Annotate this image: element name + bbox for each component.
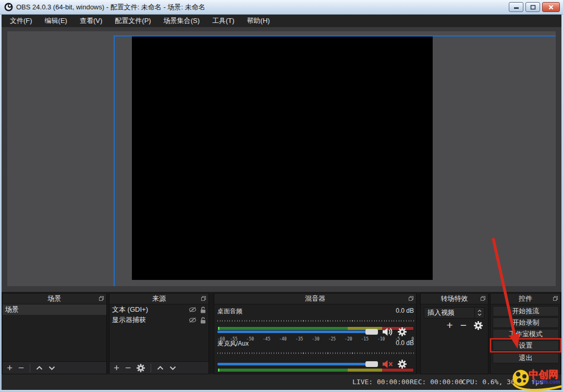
- channel-name: 桌面音频: [217, 307, 242, 316]
- mixer-channel-label-row: 麦克风/Aux 0.0 dB: [217, 339, 414, 348]
- volume-slider-handle[interactable]: [365, 329, 378, 335]
- mixer-panel: 混音器 桌面音频 0.0 dB -60-55-50-45-40-35-30-25…: [214, 293, 417, 374]
- panel-float-icon[interactable]: [481, 296, 485, 301]
- obs-window: OBS 24.0.3 (64-bit, windows) - 配置文件: 未命名…: [0, 0, 563, 392]
- status-live-time: LIVE: 00:00:00: [352, 374, 410, 390]
- chevron-down-icon: [478, 313, 482, 316]
- unlock-icon[interactable]: [200, 307, 206, 313]
- maximize-button[interactable]: [525, 2, 540, 12]
- menubar: 文件(F) 编辑(E) 查看(V) 配置文件(P) 场景集合(S) 工具(T) …: [2, 15, 561, 27]
- channel-level: 0.0 dB: [396, 339, 414, 348]
- toolbar-divider: [151, 364, 151, 372]
- volume-slider-row: [217, 328, 414, 335]
- docks-row: 场景 场景 + − 来源: [2, 292, 561, 374]
- sources-panel-title: 来源: [152, 295, 166, 302]
- menu-file[interactable]: 文件(F): [4, 15, 39, 27]
- status-cpu-fps: CPU: 0.6%, 30.00 fps: [462, 374, 544, 390]
- minimize-icon: [513, 5, 519, 9]
- volume-slider[interactable]: [217, 330, 378, 333]
- volume-meter: [217, 368, 414, 372]
- sources-toolbar: + −: [109, 361, 209, 374]
- move-source-up-button[interactable]: [157, 366, 164, 370]
- source-row-display-capture[interactable]: 显示器捕获: [109, 315, 209, 325]
- sources-list: 文本 (GDI+) 显示器捕获: [109, 304, 209, 325]
- close-button[interactable]: [542, 2, 560, 12]
- remove-source-button[interactable]: −: [125, 363, 131, 373]
- panel-float-icon[interactable]: [201, 296, 206, 301]
- chevron-up-icon: [478, 310, 482, 312]
- window-title: OBS 24.0.3 (64-bit, windows) - 配置文件: 未命名…: [16, 3, 205, 12]
- menu-tools[interactable]: 工具(T): [206, 15, 241, 27]
- volume-muted-icon[interactable]: [382, 360, 394, 369]
- close-icon: [548, 5, 554, 10]
- exit-button[interactable]: 退出: [493, 353, 559, 363]
- studio-mode-button[interactable]: 工作室模式: [493, 329, 559, 339]
- transition-select[interactable]: 插入视频: [424, 307, 485, 318]
- transitions-panel: 转场特效 插入视频 + −: [420, 293, 488, 374]
- scenes-panel: 场景 场景 + −: [2, 293, 107, 374]
- volume-slider-handle[interactable]: [365, 361, 378, 367]
- move-scene-up-button[interactable]: [36, 366, 43, 370]
- move-source-down-button[interactable]: [169, 366, 176, 370]
- scenes-list: 场景: [3, 304, 106, 315]
- unlock-icon[interactable]: [200, 317, 206, 324]
- settings-button[interactable]: 设置: [493, 340, 559, 351]
- volume-speaker-icon[interactable]: [382, 327, 394, 336]
- transitions-toolbar: + −: [446, 321, 483, 330]
- maximize-icon: [530, 5, 536, 10]
- meter-ticks: [217, 320, 414, 322]
- audio-settings-gear-icon[interactable]: [398, 327, 407, 336]
- add-scene-button[interactable]: +: [7, 363, 13, 373]
- panel-float-icon[interactable]: [99, 296, 104, 301]
- menu-help[interactable]: 帮助(H): [241, 15, 276, 27]
- controls-panel-header[interactable]: 控件: [491, 293, 560, 304]
- panel-float-icon[interactable]: [553, 296, 558, 301]
- source-row-text[interactable]: 文本 (GDI+): [109, 304, 209, 315]
- preview-dock-area: [2, 27, 561, 292]
- obs-logo-icon: [4, 3, 13, 11]
- controls-panel-title: 控件: [519, 295, 532, 302]
- titlebar[interactable]: OBS 24.0.3 (64-bit, windows) - 配置文件: 未命名…: [0, 0, 563, 15]
- visibility-hidden-icon[interactable]: [189, 307, 197, 313]
- menu-scene-collection[interactable]: 场景集合(S): [157, 15, 206, 27]
- menu-edit[interactable]: 编辑(E): [39, 15, 74, 27]
- audio-settings-gear-icon[interactable]: [398, 360, 407, 369]
- add-source-button[interactable]: +: [114, 363, 119, 373]
- add-transition-button[interactable]: +: [446, 321, 452, 330]
- mixer-panel-title: 混音器: [305, 295, 325, 302]
- remove-transition-button[interactable]: −: [460, 321, 467, 330]
- statusbar: LIVE: 00:00:00 REC: 00:00:00 CPU: 0.6%, …: [2, 374, 561, 390]
- sources-panel-header[interactable]: 来源: [109, 293, 209, 304]
- remove-scene-button[interactable]: −: [18, 363, 24, 373]
- channel-name: 麦克风/Aux: [217, 339, 249, 348]
- transitions-panel-title: 转场特效: [441, 295, 468, 302]
- combobox-spinner[interactable]: [474, 308, 484, 318]
- menu-profile[interactable]: 配置文件(P): [108, 15, 157, 27]
- start-streaming-button[interactable]: 开始推流: [493, 306, 559, 316]
- transitions-panel-header[interactable]: 转场特效: [421, 293, 488, 304]
- source-label: 文本 (GDI+): [112, 305, 189, 314]
- transition-selected-value: 插入视频: [424, 308, 474, 317]
- video-canvas[interactable]: [132, 36, 433, 280]
- scenes-panel-header[interactable]: 场景: [3, 293, 106, 304]
- volume-slider[interactable]: [217, 363, 378, 365]
- status-rec-time: REC: 00:00:00: [410, 374, 463, 390]
- preview-border-left: [114, 35, 115, 286]
- scene-list-item[interactable]: 场景: [3, 304, 106, 315]
- mixer-channel-label-row: 桌面音频 0.0 dB: [217, 307, 414, 316]
- toolbar-divider: [30, 364, 30, 372]
- move-scene-down-button[interactable]: [48, 366, 55, 370]
- mixer-panel-header[interactable]: 混音器: [214, 293, 416, 304]
- scenes-toolbar: + −: [3, 361, 106, 374]
- transition-properties-gear-button[interactable]: [474, 321, 483, 330]
- visibility-hidden-icon[interactable]: [189, 317, 197, 323]
- scenes-panel-title: 场景: [48, 295, 62, 302]
- panel-float-icon[interactable]: [409, 296, 413, 301]
- menu-view[interactable]: 查看(V): [74, 15, 108, 27]
- source-properties-gear-button[interactable]: [137, 364, 145, 372]
- window-border-left: [0, 15, 2, 392]
- sources-panel: 来源 文本 (GDI+): [109, 293, 209, 374]
- start-recording-button[interactable]: 开始录制: [493, 317, 559, 328]
- source-label: 显示器捕获: [112, 315, 189, 325]
- minimize-button[interactable]: [509, 2, 523, 12]
